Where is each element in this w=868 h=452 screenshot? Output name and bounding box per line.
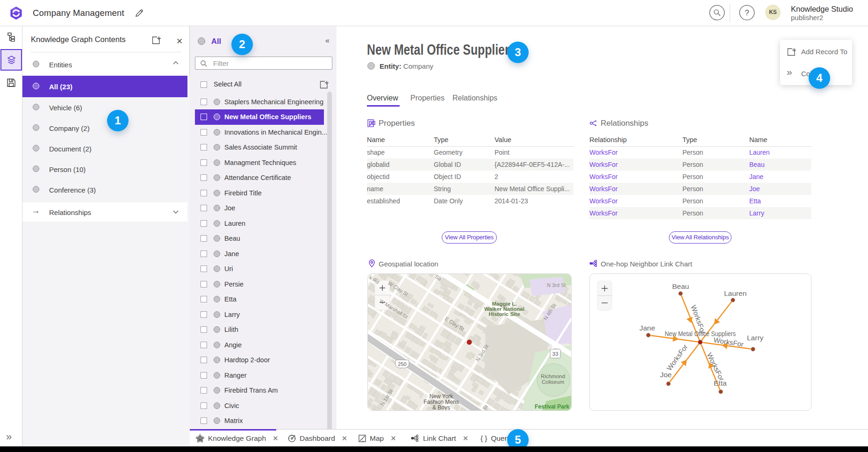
svg-text:Historic Site: Historic Site xyxy=(488,311,520,317)
svg-text:Larry: Larry xyxy=(747,334,764,342)
svg-text:N 3rd St: N 3rd St xyxy=(547,282,566,288)
svg-text:Festival Park: Festival Park xyxy=(535,403,569,410)
svg-text:WorksFor: WorksFor xyxy=(705,352,726,382)
svg-text:Richmond: Richmond xyxy=(541,373,565,379)
svg-text:Coliseum: Coliseum xyxy=(542,379,564,385)
svg-text:?: ? xyxy=(745,8,749,17)
svg-text:Lauren: Lauren xyxy=(724,289,746,297)
svg-text:& Boys: & Boys xyxy=(432,404,450,411)
svg-text:Jane: Jane xyxy=(639,324,655,332)
svg-text:Joe: Joe xyxy=(660,371,672,379)
svg-text:WorksFor: WorksFor xyxy=(665,343,689,372)
svg-text:33: 33 xyxy=(552,351,559,357)
svg-text:250: 250 xyxy=(398,361,406,367)
svg-text:Beau: Beau xyxy=(672,282,689,290)
